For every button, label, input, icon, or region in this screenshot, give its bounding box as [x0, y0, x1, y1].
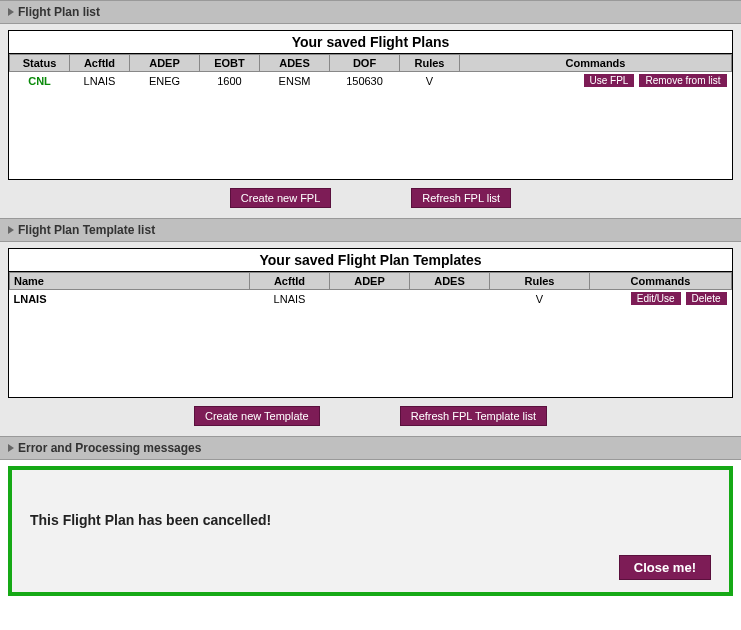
- col-acftid: AcftId: [250, 273, 330, 290]
- section-title: Flight Plan Template list: [18, 223, 155, 237]
- col-ades: ADES: [410, 273, 490, 290]
- section-title: Error and Processing messages: [18, 441, 201, 455]
- col-name: Name: [10, 273, 250, 290]
- col-commands: Commands: [590, 273, 732, 290]
- cell-eobt: 1600: [200, 72, 260, 90]
- create-fpl-button[interactable]: Create new FPL: [230, 188, 331, 208]
- cell-name: LNAIS: [10, 290, 250, 308]
- remove-fpl-button[interactable]: Remove from list: [639, 74, 726, 87]
- message-text: This Flight Plan has been cancelled!: [30, 512, 711, 528]
- cell-dof: 150630: [330, 72, 400, 90]
- tpl-header-row: Name AcftId ADEP ADES Rules Commands: [10, 273, 732, 290]
- col-dof: DOF: [330, 55, 400, 72]
- tpl-spacer: [9, 307, 732, 397]
- col-status: Status: [10, 55, 70, 72]
- tpl-row: LNAIS LNAIS V Edit/Use Delete: [10, 290, 732, 308]
- tpl-table-title: Your saved Flight Plan Templates: [9, 249, 732, 272]
- delete-template-button[interactable]: Delete: [686, 292, 727, 305]
- chevron-right-icon: [8, 444, 14, 452]
- cell-acftid: LNAIS: [250, 290, 330, 308]
- cell-rules: V: [490, 290, 590, 308]
- section-header-tpl-list[interactable]: Flight Plan Template list: [0, 218, 741, 242]
- col-eobt: EOBT: [200, 55, 260, 72]
- fpl-table-wrap: Your saved Flight Plans Status AcftId AD…: [8, 30, 733, 180]
- fpl-spacer: [9, 89, 732, 179]
- cell-commands: Edit/Use Delete: [590, 290, 732, 308]
- cell-acftid: LNAIS: [70, 72, 130, 90]
- section-header-messages[interactable]: Error and Processing messages: [0, 436, 741, 460]
- fpl-table: Status AcftId ADEP EOBT ADES DOF Rules C…: [9, 54, 732, 89]
- tpl-panel: Your saved Flight Plan Templates Name Ac…: [0, 242, 741, 436]
- section-header-fpl-list[interactable]: Flight Plan list: [0, 0, 741, 24]
- col-ades: ADES: [260, 55, 330, 72]
- chevron-right-icon: [8, 8, 14, 16]
- tpl-table: Name AcftId ADEP ADES Rules Commands LNA…: [9, 272, 732, 307]
- cell-ades: ENSM: [260, 72, 330, 90]
- edit-template-button[interactable]: Edit/Use: [631, 292, 681, 305]
- cell-adep: ENEG: [130, 72, 200, 90]
- fpl-header-row: Status AcftId ADEP EOBT ADES DOF Rules C…: [10, 55, 732, 72]
- fpl-panel: Your saved Flight Plans Status AcftId AD…: [0, 24, 741, 218]
- fpl-button-row: Create new FPL Refresh FPL list: [8, 180, 733, 208]
- cell-ades: [410, 290, 490, 308]
- col-adep: ADEP: [130, 55, 200, 72]
- use-fpl-button[interactable]: Use FPL: [584, 74, 635, 87]
- cell-adep: [330, 290, 410, 308]
- refresh-fpl-button[interactable]: Refresh FPL list: [411, 188, 511, 208]
- cell-rules: V: [400, 72, 460, 90]
- fpl-row: CNL LNAIS ENEG 1600 ENSM 150630 V Use FP…: [10, 72, 732, 90]
- col-commands: Commands: [460, 55, 732, 72]
- col-adep: ADEP: [330, 273, 410, 290]
- chevron-right-icon: [8, 226, 14, 234]
- close-message-button[interactable]: Close me!: [619, 555, 711, 580]
- tpl-button-row: Create new Template Refresh FPL Template…: [8, 398, 733, 426]
- section-title: Flight Plan list: [18, 5, 100, 19]
- fpl-table-title: Your saved Flight Plans: [9, 31, 732, 54]
- refresh-template-button[interactable]: Refresh FPL Template list: [400, 406, 547, 426]
- create-template-button[interactable]: Create new Template: [194, 406, 320, 426]
- message-panel: This Flight Plan has been cancelled! Clo…: [8, 466, 733, 596]
- tpl-table-wrap: Your saved Flight Plan Templates Name Ac…: [8, 248, 733, 398]
- col-rules: Rules: [400, 55, 460, 72]
- col-rules: Rules: [490, 273, 590, 290]
- cell-status: CNL: [10, 72, 70, 90]
- col-acftid: AcftId: [70, 55, 130, 72]
- cell-commands: Use FPL Remove from list: [460, 72, 732, 90]
